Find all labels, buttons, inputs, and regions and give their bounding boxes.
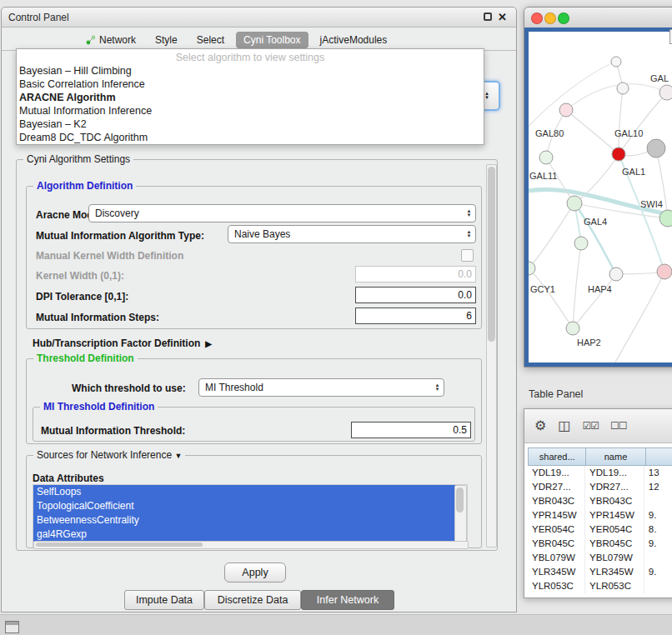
network-edge[interactable]: [612, 272, 664, 364]
network-node[interactable]: [612, 148, 625, 161]
sources-header[interactable]: Sources for Network Inference ▼: [33, 449, 185, 461]
settings-scrollbar-thumb[interactable]: [488, 167, 495, 342]
table-cell[interactable]: YDR27...: [585, 480, 644, 494]
table-cell[interactable]: 8.: [644, 522, 672, 537]
network-node[interactable]: [567, 196, 582, 211]
manual-kernel-checkbox[interactable]: [461, 249, 474, 262]
tab-jactivemodules[interactable]: jActiveModules: [313, 32, 395, 48]
network-node[interactable]: [659, 85, 672, 100]
network-edge[interactable]: [566, 84, 667, 110]
collapsed-arrow-icon[interactable]: ▶: [205, 339, 212, 348]
kernel-width-field[interactable]: [355, 266, 476, 282]
table-cell[interactable]: YDR27...: [528, 480, 585, 494]
column-header-partial[interactable]: [646, 448, 672, 466]
bottom-tab-discretize-data[interactable]: Discretize Data: [204, 590, 301, 610]
network-node[interactable]: [566, 322, 579, 335]
algorithm-option[interactable]: Mutual Information Inference: [17, 104, 484, 118]
deselect-all-icon[interactable]: ☐☐: [610, 419, 627, 432]
dpi-tolerance-field[interactable]: [355, 287, 476, 303]
algorithm-option[interactable]: Bayesian – Hill Climbing: [17, 64, 484, 78]
bottom-tab-infer-network[interactable]: Infer Network: [301, 590, 394, 610]
network-edge[interactable]: [573, 243, 581, 328]
control-panel-titlebar[interactable]: Control Panel ✕: [2, 8, 516, 28]
table-cell[interactable]: YLR053C: [585, 579, 644, 593]
table-cell[interactable]: YBR045C: [528, 537, 585, 551]
table-cell[interactable]: YDL19...: [528, 466, 585, 480]
list-horizontal-scrollbar[interactable]: [33, 541, 469, 549]
table-cell[interactable]: 9.: [644, 508, 672, 522]
apply-button[interactable]: Apply: [224, 562, 286, 582]
list-item[interactable]: SelfLoops: [33, 485, 459, 499]
network-node[interactable]: [559, 103, 573, 117]
table-row[interactable]: YLR345WYLR345W9.: [528, 565, 672, 579]
network-node[interactable]: [539, 151, 553, 164]
list-vertical-scrollbar[interactable]: [454, 485, 467, 542]
algorithm-option[interactable]: Bayesian – K2: [17, 118, 484, 131]
table-row[interactable]: YDR27...YDR27...12: [528, 480, 672, 494]
table-cell[interactable]: [644, 579, 672, 593]
table-cell[interactable]: YBR043C: [528, 494, 585, 508]
list-item[interactable]: TopologicalCoefficient: [33, 499, 459, 513]
network-node[interactable]: [529, 262, 535, 275]
network-node[interactable]: [647, 139, 665, 158]
hub-section-header[interactable]: Hub/Transcription Factor Definition▶: [33, 338, 212, 349]
network-node[interactable]: [574, 237, 588, 250]
network-node[interactable]: [609, 268, 623, 281]
table-cell[interactable]: YPR145W: [528, 508, 585, 522]
mi-threshold-field[interactable]: [351, 422, 471, 438]
network-edge[interactable]: [619, 88, 623, 154]
table-cell[interactable]: YER054C: [585, 522, 644, 537]
tab-network[interactable]: Network: [78, 32, 143, 48]
table-cell[interactable]: YER054C: [528, 522, 585, 537]
table-cell[interactable]: YLR053C: [528, 579, 585, 593]
table-cell[interactable]: YBL079W: [528, 551, 585, 565]
select-all-icon[interactable]: ☑☑: [582, 419, 599, 432]
network-node[interactable]: [611, 57, 621, 67]
list-item[interactable]: BetweennessCentrality: [33, 513, 459, 528]
network-window-titlebar[interactable]: [524, 8, 672, 28]
table-cell[interactable]: YPR145W: [585, 508, 644, 522]
table-cell[interactable]: YLR345W: [528, 565, 585, 579]
gear-icon[interactable]: ⚙: [534, 419, 546, 432]
table-cell[interactable]: [644, 494, 672, 508]
tab-style[interactable]: Style: [148, 32, 185, 48]
table-row[interactable]: YPR145WYPR145W9.: [528, 508, 672, 522]
table-row[interactable]: YLR053CYLR053C: [528, 579, 672, 593]
table-cell[interactable]: 12: [644, 480, 672, 494]
table-row[interactable]: YDL19...YDL19...13: [528, 466, 672, 480]
mi-type-combobox[interactable]: Naive Bayes ▲▼: [228, 225, 476, 243]
network-node[interactable]: [659, 210, 672, 227]
column-header-shared-name[interactable]: shared...: [528, 448, 586, 466]
table-row[interactable]: YER054CYER054C8.: [528, 522, 672, 537]
minimize-button[interactable]: [544, 12, 556, 24]
mi-steps-field[interactable]: [355, 308, 476, 324]
aracne-mode-combobox[interactable]: Discovery ▲▼: [88, 204, 476, 222]
algorithm-option[interactable]: Dream8 DC_TDC Algorithm: [17, 131, 484, 144]
close-window-icon[interactable]: ✕: [498, 12, 507, 22]
expanded-arrow-icon[interactable]: ▼: [174, 452, 182, 460]
table-cell[interactable]: YBL079W: [585, 551, 644, 565]
network-edge[interactable]: [566, 110, 619, 154]
network-edge[interactable]: [573, 274, 616, 328]
settings-scrollbar[interactable]: [486, 164, 497, 548]
table-cell[interactable]: 13: [644, 466, 672, 480]
close-button[interactable]: [531, 12, 543, 24]
bottom-tab-impute-data[interactable]: Impute Data: [124, 590, 204, 610]
tab-select[interactable]: Select: [189, 32, 232, 48]
table-cell[interactable]: YBR045C: [585, 537, 644, 551]
restore-panel-icon[interactable]: [5, 621, 19, 633]
table-cell[interactable]: 9.: [644, 565, 672, 579]
table-cell[interactable]: YLR345W: [585, 565, 644, 579]
table-cell[interactable]: YDL19...: [585, 466, 644, 480]
table-row[interactable]: YBR043CYBR043C: [528, 494, 672, 508]
network-canvas[interactable]: GALGAL80GAL10GAL1GAL11SWI4GAL4GCY1HAP4HA…: [524, 28, 672, 367]
column-header-name[interactable]: name: [586, 448, 645, 466]
network-node[interactable]: [617, 82, 629, 94]
list-scrollbar-thumb[interactable]: [36, 542, 203, 547]
network-node[interactable]: [657, 264, 672, 279]
tab-cyni-toolbox[interactable]: Cyni Toolbox: [236, 32, 308, 48]
algorithm-option-selected[interactable]: ARACNE Algorithm: [17, 91, 484, 104]
table-row[interactable]: YBL079WYBL079W: [528, 551, 672, 565]
table-cell[interactable]: 9.: [644, 537, 672, 551]
algorithm-option[interactable]: Basic Correlation Inference: [17, 78, 484, 91]
